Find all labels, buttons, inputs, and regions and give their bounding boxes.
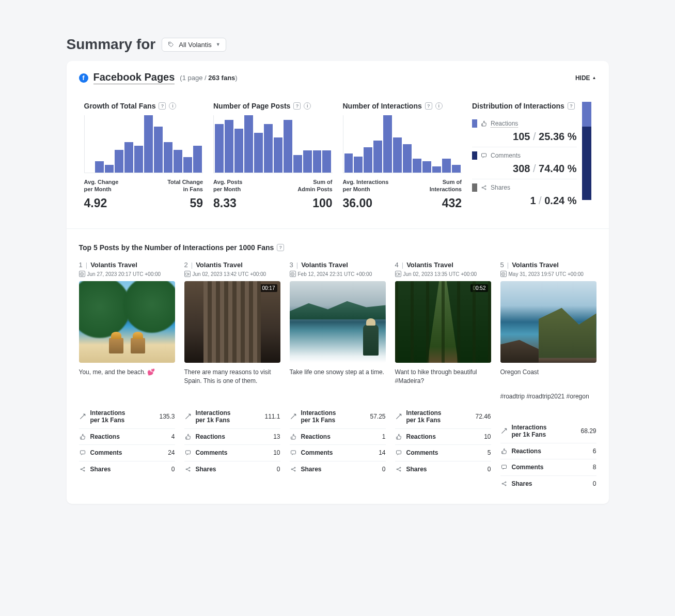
post-thumbnail[interactable] [290,281,386,363]
svg-point-10 [84,470,85,471]
photo-icon [290,271,296,277]
post-caption: Oregon Coast [500,368,596,386]
chevron-down-icon: ▼ [216,42,221,47]
stat-shares: 0 [382,466,386,473]
svg-point-24 [397,469,398,470]
filter-selector[interactable]: All Volantis ▼ [162,38,226,52]
svg-point-0 [169,43,170,44]
share-icon [480,184,488,191]
bar [264,124,273,173]
stat-label: Reactions [406,433,436,440]
svg-point-31 [505,482,506,483]
svg-rect-11 [185,273,188,275]
like-icon [480,120,488,127]
bar [105,165,114,173]
posts-section-title: Top 5 Posts by the Number of Interaction… [79,243,596,252]
arrow-icon [395,413,402,420]
bar [215,124,224,173]
svg-point-19 [291,469,292,470]
post-source: Volantis Travel [90,261,137,269]
post-card[interactable]: 5|Volantis Travel May 31, 2023 19:57 UTC… [500,261,596,491]
post-thumbnail[interactable] [79,281,175,363]
svg-point-16 [291,272,294,276]
chart-distribution: Distribution of Interactions ? Reactions… [467,102,596,211]
dist-reactions: Reactions 105 / 25.36 % [472,115,577,147]
stat-ipk: 57.25 [370,413,385,420]
post-thumbnail[interactable]: 00:52 [395,281,491,363]
stat-label: Comments [90,449,122,456]
svg-point-3 [485,186,486,187]
stat-label: Shares [406,466,427,473]
stat-label: Comments [406,449,438,456]
info-icon[interactable]: i [169,102,176,110]
svg-point-32 [505,485,506,486]
stat-shares: 0 [593,480,596,487]
bar [234,129,243,173]
help-icon[interactable]: ? [159,102,166,110]
stat-comments: 24 [168,449,175,456]
arrow-icon [290,413,297,420]
bar [383,115,392,173]
post-caption: You, me, and the beach. 💕 [79,368,175,386]
post-source: Volantis Travel [512,261,559,269]
arrow-icon [184,413,192,420]
share-icon [290,466,297,473]
stat-ipk: 68.29 [580,427,596,435]
svg-point-9 [84,467,85,468]
stat-label: Interactionsper 1k Fans [196,409,231,424]
bar [293,155,302,173]
bar [432,166,441,173]
svg-rect-12 [185,451,190,454]
comment-icon [480,152,488,159]
bar [225,120,233,173]
bar [422,161,431,173]
post-source: Volantis Travel [301,261,348,269]
post-caption: There are many reasons to visit Spain. T… [184,368,280,386]
info-icon[interactable]: i [304,102,311,110]
stat-shares: 0 [277,466,280,473]
svg-point-4 [485,189,486,190]
help-icon[interactable]: ? [568,102,575,110]
post-thumbnail[interactable] [500,281,596,363]
page-title: Summary for [67,36,156,53]
post-thumbnail[interactable]: 00:17 [184,281,280,363]
stat-label: Reactions [196,433,225,440]
help-icon[interactable]: ? [425,102,432,110]
photo-icon [79,271,85,277]
hide-button[interactable]: HIDE▲ [575,74,596,82]
post-rank: 1 [79,261,83,269]
stat-label: Shares [301,466,322,473]
help-icon[interactable]: ? [277,244,284,251]
facebook-icon: f [79,73,88,83]
post-source: Volantis Travel [196,261,243,269]
svg-point-2 [482,187,483,188]
like-icon [79,433,86,440]
post-card[interactable]: 4|Volantis Travel Jun 02, 2023 13:35 UTC… [395,261,491,491]
post-card[interactable]: 1|Volantis Travel Jun 27, 2023 20:17 UTC… [79,261,175,491]
post-card[interactable]: 3|Volantis Travel Feb 12, 2024 22:31 UTC… [290,261,386,491]
filter-label: All Volantis [179,41,212,49]
like-icon [184,433,192,440]
post-card[interactable]: 2|Volantis Travel Jun 02, 2023 13:42 UTC… [184,261,280,491]
stat-ipk: 111.1 [264,413,280,420]
info-icon[interactable]: i [435,102,443,110]
help-icon[interactable]: ? [293,102,301,110]
stat-label: Interactionsper 1k Fans [406,409,442,424]
bar [354,157,363,173]
post-date: Jun 02, 2023 13:42 UTC +00:00 [193,271,266,277]
bar [284,120,292,173]
bar [124,142,133,173]
post-date: May 31, 2023 19:57 UTC +00:00 [509,271,584,277]
bar [95,161,104,173]
panel-title[interactable]: Facebook Pages [93,71,175,84]
stat-reactions: 10 [484,433,491,440]
chart-posts: Number of Page Posts ? i Avg. Posts per … [208,102,338,211]
svg-point-21 [294,470,295,471]
svg-point-5 [80,272,84,276]
stat-comments: 5 [488,449,491,456]
post-rank: 3 [290,261,293,269]
comment-icon [395,449,402,456]
like-icon [500,448,508,455]
bar [274,137,282,173]
bar [442,159,451,173]
